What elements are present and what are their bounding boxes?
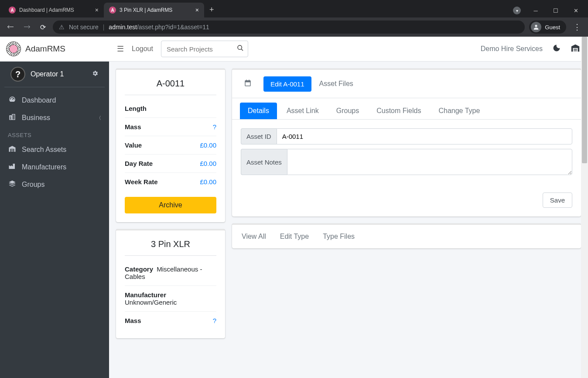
tab-title: Dashboard | AdamRMS — [19, 7, 74, 13]
type-mass-value: ? — [213, 317, 216, 324]
manufacturer-value: Unknown/Generic — [125, 299, 216, 306]
asset-notes-input[interactable] — [287, 149, 572, 175]
asset-id-input[interactable] — [277, 128, 572, 144]
browser-tab-inactive[interactable]: A Dashboard | AdamRMS × — [3, 3, 104, 17]
warehouse-icon — [8, 145, 17, 155]
url-host: admin.test — [109, 24, 137, 31]
tab-title: 3 Pin XLR | AdamRMS — [120, 7, 172, 13]
brand-logo-icon — [6, 41, 21, 56]
tab-groups[interactable]: Groups — [328, 103, 367, 119]
menu-icon[interactable]: ⋮ — [571, 22, 584, 32]
calendar-icon[interactable] — [240, 76, 256, 92]
dayrate-value: £0.00 — [200, 160, 216, 167]
close-window-button[interactable]: ✕ — [566, 3, 585, 17]
asset-id-field-label: Asset ID — [241, 128, 277, 144]
sidebar: AdamRMS ? Operator 1 Dashboard — [0, 37, 109, 378]
org-name[interactable]: Demo Hire Services — [481, 45, 543, 53]
tab-asset-link[interactable]: Asset Link — [279, 103, 327, 119]
scrollbar-thumb[interactable] — [582, 37, 587, 163]
save-button[interactable]: Save — [543, 192, 572, 208]
svg-point-0 — [535, 25, 537, 27]
scrollbar[interactable] — [581, 37, 588, 378]
asset-edit-card: Edit A-0011 Asset Files Details Asset Li… — [232, 69, 581, 216]
url-path: /asset.php?id=1&asset=11 — [137, 24, 209, 31]
hamburger-icon[interactable]: ☰ — [117, 44, 124, 54]
view-all-link[interactable]: View All — [242, 233, 266, 241]
tab-custom-fields[interactable]: Custom Fields — [369, 103, 429, 119]
favicon-icon: A — [109, 7, 116, 14]
dayrate-label: Day Rate — [125, 160, 153, 167]
brand-name: AdamRMS — [25, 44, 65, 54]
sidebar-item-label: Dashboard — [22, 96, 56, 104]
chevron-down-icon[interactable]: ▾ — [513, 7, 521, 14]
edit-type-link[interactable]: Edit Type — [280, 233, 309, 241]
sidebar-item-label: Manufacturers — [22, 163, 66, 171]
reload-icon[interactable]: ⟳ — [38, 21, 48, 33]
category-label: Category — [125, 265, 153, 273]
value-value: £0.00 — [200, 141, 216, 149]
browser-toolbar: 🡐 🡒 ⟳ ⚠ Not secure | admin.test/asset.ph… — [0, 17, 588, 37]
sidebar-item-dashboard[interactable]: Dashboard — [0, 92, 109, 109]
sidebar-item-business[interactable]: Business 〈 — [0, 109, 109, 127]
building-icon — [8, 113, 17, 123]
new-tab-button[interactable]: + — [204, 5, 219, 14]
moon-icon[interactable] — [552, 44, 561, 54]
close-icon[interactable]: × — [195, 7, 199, 14]
mass-label: Mass — [125, 123, 141, 131]
asset-files-link[interactable]: Asset Files — [319, 80, 353, 88]
user-panel: ? Operator 1 — [4, 62, 105, 87]
dashboard-icon — [8, 96, 17, 105]
close-icon[interactable]: × — [95, 7, 99, 14]
weekrate-value: £0.00 — [200, 178, 216, 186]
asset-id-title: A-0011 — [125, 79, 216, 95]
warehouse-icon[interactable] — [571, 43, 580, 55]
maximize-button[interactable]: ☐ — [546, 3, 565, 17]
search-projects-input[interactable] — [161, 41, 248, 57]
topbar: ☰ Logout Demo Hire Services — [109, 37, 588, 62]
brand[interactable]: AdamRMS — [0, 37, 109, 62]
profile-button[interactable]: Guest — [529, 21, 566, 34]
asset-notes-field-label: Asset Notes — [241, 149, 287, 175]
search-icon[interactable] — [237, 45, 244, 53]
question-icon: ? — [10, 67, 25, 82]
type-title: 3 Pin XLR — [125, 239, 216, 256]
sidebar-item-label: Business — [22, 114, 50, 122]
type-actions-card: View All Edit Type Type Files — [232, 223, 581, 248]
browser-tab-active[interactable]: A 3 Pin XLR | AdamRMS × — [104, 3, 204, 17]
type-mass-label: Mass — [125, 317, 141, 324]
not-secure-icon: ⚠ — [59, 24, 65, 31]
sidebar-item-label: Groups — [22, 181, 44, 189]
tab-change-type[interactable]: Change Type — [431, 103, 488, 119]
user-name[interactable]: Operator 1 — [31, 70, 64, 78]
layers-icon — [8, 180, 17, 189]
sidebar-item-manufacturers[interactable]: Manufacturers — [0, 158, 109, 176]
tab-details[interactable]: Details — [240, 103, 277, 119]
manufacturer-label: Manufacturer — [125, 291, 215, 299]
minimize-button[interactable]: ─ — [526, 3, 545, 17]
back-icon[interactable]: 🡐 — [4, 21, 17, 33]
guest-label: Guest — [545, 24, 560, 31]
address-bar[interactable]: ⚠ Not secure | admin.test/asset.php?id=1… — [53, 21, 525, 34]
chevron-left-icon: 〈 — [96, 115, 101, 121]
archive-button[interactable]: Archive — [125, 197, 216, 213]
edit-asset-button[interactable]: Edit A-0011 — [263, 76, 311, 92]
length-label: Length — [125, 105, 147, 112]
logout-link[interactable]: Logout — [132, 45, 153, 53]
gear-icon[interactable] — [92, 70, 99, 79]
type-files-link[interactable]: Type Files — [323, 233, 355, 241]
asset-type-card: 3 Pin XLR Category Miscellaneous - Cable… — [116, 229, 225, 338]
content-area: A-0011 Length Mass ? Val — [109, 62, 588, 378]
asset-summary-card: A-0011 Length Mass ? Val — [116, 69, 225, 222]
value-label: Value — [125, 141, 142, 149]
user-icon — [531, 22, 541, 32]
favicon-icon: A — [9, 7, 16, 14]
mass-value: ? — [213, 123, 216, 131]
sidebar-item-groups[interactable]: Groups — [0, 176, 109, 193]
sidebar-item-label: Search Assets — [22, 146, 66, 154]
sidebar-item-search-assets[interactable]: Search Assets — [0, 141, 109, 158]
industry-icon — [8, 162, 17, 172]
weekrate-label: Week Rate — [125, 178, 158, 186]
forward-icon[interactable]: 🡒 — [21, 21, 33, 33]
sidebar-header-assets: ASSETS — [0, 127, 109, 141]
security-label: Not secure — [69, 24, 99, 31]
